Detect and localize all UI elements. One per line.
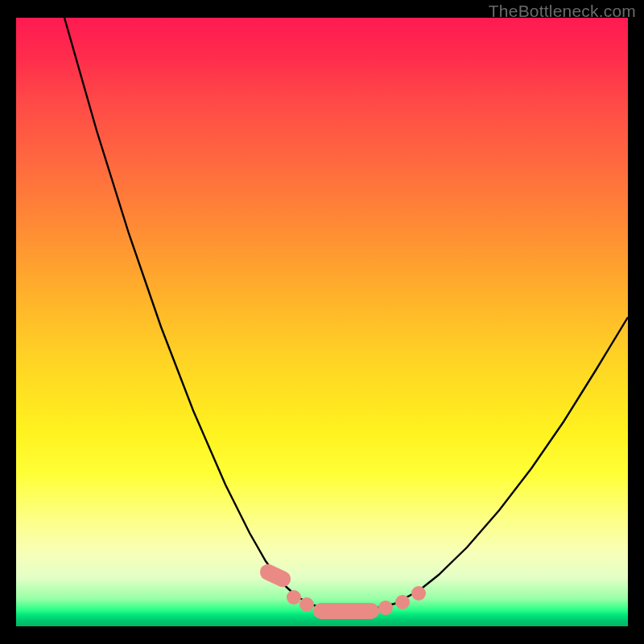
curve-marker	[378, 601, 393, 615]
curve-marker	[411, 586, 426, 601]
curve-marker	[313, 603, 379, 619]
plot-area	[16, 18, 628, 626]
bottleneck-curve	[64, 18, 628, 609]
curve-marker	[287, 590, 301, 605]
chart-frame: TheBottleneck.com	[0, 0, 644, 644]
curve-marker	[299, 597, 314, 612]
marker-group	[258, 561, 426, 619]
curve-marker	[258, 561, 294, 589]
curve-svg	[16, 18, 628, 626]
curve-path	[64, 18, 628, 609]
curve-marker	[395, 595, 410, 609]
